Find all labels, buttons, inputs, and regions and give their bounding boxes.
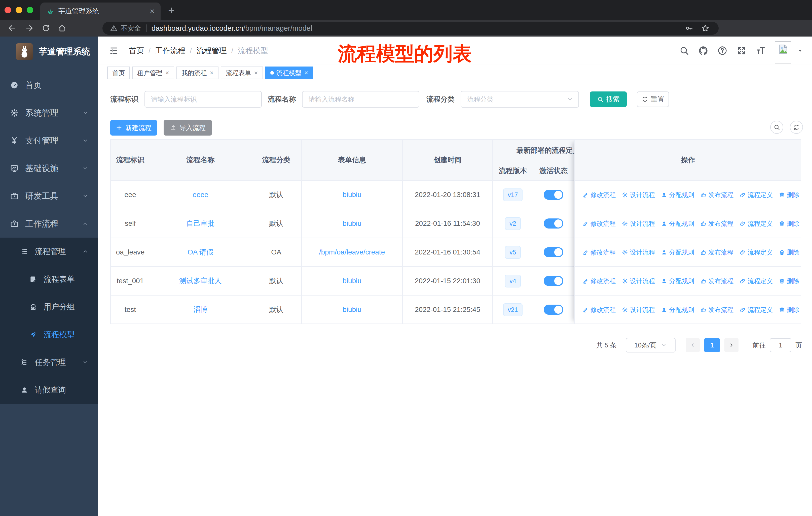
active-toggle[interactable] xyxy=(544,276,563,286)
create-process-button[interactable]: 新建流程 xyxy=(110,120,157,136)
sidebar-item-流程表单[interactable]: 流程表单 xyxy=(0,265,98,293)
github-icon[interactable] xyxy=(698,46,708,56)
back-icon[interactable] xyxy=(7,23,17,33)
forward-icon[interactable] xyxy=(25,23,34,33)
process-name-input[interactable] xyxy=(302,91,419,108)
sidebar-item-请假查询[interactable]: 请假查询 xyxy=(0,376,98,404)
action-发布流程[interactable]: 发布流程 xyxy=(700,191,733,199)
form-info-link[interactable]: /bpm/oa/leave/create xyxy=(319,248,385,256)
action-发布流程[interactable]: 发布流程 xyxy=(700,248,733,256)
key-icon[interactable] xyxy=(685,24,693,32)
action-设计流程[interactable]: 设计流程 xyxy=(622,191,655,199)
zoom-window-button[interactable] xyxy=(27,7,33,13)
action-修改流程[interactable]: 修改流程 xyxy=(582,277,616,285)
action-修改流程[interactable]: 修改流程 xyxy=(582,219,616,228)
caret-down-icon[interactable] xyxy=(798,48,803,53)
active-toggle[interactable] xyxy=(544,305,563,315)
reload-icon[interactable] xyxy=(41,23,51,33)
current-page-button[interactable]: 1 xyxy=(704,338,720,352)
fullscreen-icon[interactable] xyxy=(736,46,747,56)
sidebar-item-首页[interactable]: 首页 xyxy=(0,71,98,99)
form-info-link[interactable]: biubiu xyxy=(343,306,361,314)
star-icon[interactable] xyxy=(701,24,709,32)
home-icon[interactable] xyxy=(57,23,67,33)
tag-我的流程[interactable]: 我的流程× xyxy=(176,66,219,79)
tag-首页[interactable]: 首页 xyxy=(107,66,130,79)
close-window-button[interactable] xyxy=(4,7,11,13)
action-删除[interactable]: 删除 xyxy=(779,277,800,285)
action-流程定义[interactable]: 流程定义 xyxy=(740,306,773,314)
close-icon[interactable]: × xyxy=(254,69,258,77)
tab-close-icon[interactable]: × xyxy=(150,7,154,15)
action-分配规则[interactable]: 分配规则 xyxy=(661,191,694,199)
action-流程定义[interactable]: 流程定义 xyxy=(740,277,773,285)
form-info-link[interactable]: biubiu xyxy=(343,277,361,285)
address-bar[interactable]: 不安全 dashboard.yudao.iocoder.cn /bpm/mana… xyxy=(103,22,719,35)
active-toggle[interactable] xyxy=(544,218,563,228)
font-size-icon[interactable] xyxy=(756,46,766,56)
collapse-sidebar-icon[interactable] xyxy=(109,46,118,55)
help-icon[interactable] xyxy=(717,46,727,56)
process-category-select[interactable]: 流程分类 xyxy=(461,91,579,108)
sidebar-item-流程管理[interactable]: 流程管理 xyxy=(0,238,98,265)
action-分配规则[interactable]: 分配规则 xyxy=(661,219,694,228)
browser-tab[interactable]: 芋道管理系统 × xyxy=(40,2,161,20)
process-name-link[interactable]: 自己审批 xyxy=(186,219,215,228)
action-删除[interactable]: 删除 xyxy=(779,248,800,256)
sidebar-item-基础设施[interactable]: 基础设施 xyxy=(0,155,98,182)
action-发布流程[interactable]: 发布流程 xyxy=(700,306,733,314)
avatar[interactable] xyxy=(775,41,791,63)
tag-租户管理[interactable]: 租户管理× xyxy=(132,66,174,79)
sidebar-item-支付管理[interactable]: 支付管理 xyxy=(0,127,98,155)
action-分配规则[interactable]: 分配规则 xyxy=(661,277,694,285)
action-删除[interactable]: 删除 xyxy=(779,306,800,314)
active-toggle[interactable] xyxy=(544,247,563,257)
action-删除[interactable]: 删除 xyxy=(779,219,800,228)
action-发布流程[interactable]: 发布流程 xyxy=(700,277,733,285)
close-icon[interactable]: × xyxy=(304,69,308,77)
action-分配规则[interactable]: 分配规则 xyxy=(661,306,694,314)
minimize-window-button[interactable] xyxy=(16,7,22,13)
prev-page-button[interactable] xyxy=(686,338,700,352)
sidebar-item-工作流程[interactable]: 工作流程 xyxy=(0,210,98,238)
breadcrumb-item[interactable]: 工作流程 xyxy=(155,46,185,56)
sidebar-item-用户分组[interactable]: 用户分组 xyxy=(0,293,98,321)
sidebar-item-流程模型[interactable]: 流程模型 xyxy=(0,321,98,349)
close-icon[interactable]: × xyxy=(165,69,169,77)
close-icon[interactable]: × xyxy=(210,69,213,77)
process-name-link[interactable]: eeee xyxy=(193,191,208,199)
action-发布流程[interactable]: 发布流程 xyxy=(700,219,733,228)
search-icon[interactable] xyxy=(679,46,689,56)
action-设计流程[interactable]: 设计流程 xyxy=(622,219,655,228)
sidebar-item-研发工具[interactable]: 研发工具 xyxy=(0,182,98,210)
next-page-button[interactable] xyxy=(724,338,738,352)
refresh-table-button[interactable] xyxy=(790,121,803,134)
tag-流程表单[interactable]: 流程表单× xyxy=(221,66,263,79)
form-info-link[interactable]: biubiu xyxy=(343,219,361,227)
breadcrumb-item[interactable]: 首页 xyxy=(129,46,144,56)
action-流程定义[interactable]: 流程定义 xyxy=(740,219,773,228)
sidebar-item-系统管理[interactable]: 系统管理 xyxy=(0,99,98,127)
process-name-link[interactable]: 滔博 xyxy=(194,305,208,315)
page-size-select[interactable]: 10条/页 xyxy=(626,338,675,352)
process-key-input[interactable] xyxy=(144,91,262,108)
action-修改流程[interactable]: 修改流程 xyxy=(582,248,616,256)
action-修改流程[interactable]: 修改流程 xyxy=(582,191,616,199)
form-info-link[interactable]: biubiu xyxy=(343,191,361,199)
action-流程定义[interactable]: 流程定义 xyxy=(740,191,773,199)
action-删除[interactable]: 删除 xyxy=(779,191,800,199)
import-process-button[interactable]: 导入流程 xyxy=(164,120,212,136)
tag-流程模型[interactable]: 流程模型× xyxy=(265,66,313,79)
action-修改流程[interactable]: 修改流程 xyxy=(582,306,616,314)
breadcrumb-item[interactable]: 流程管理 xyxy=(197,46,227,56)
reset-button[interactable]: 重置 xyxy=(637,91,669,107)
action-流程定义[interactable]: 流程定义 xyxy=(740,248,773,256)
search-button[interactable]: 搜索 xyxy=(590,91,627,107)
goto-page-input[interactable] xyxy=(770,338,791,352)
sidebar-item-任务管理[interactable]: 任务管理 xyxy=(0,349,98,376)
active-toggle[interactable] xyxy=(544,190,563,200)
new-tab-button[interactable]: + xyxy=(168,4,175,17)
action-设计流程[interactable]: 设计流程 xyxy=(622,248,655,256)
process-name-link[interactable]: OA 请假 xyxy=(187,247,213,257)
process-name-link[interactable]: 测试多审批人 xyxy=(179,276,222,286)
